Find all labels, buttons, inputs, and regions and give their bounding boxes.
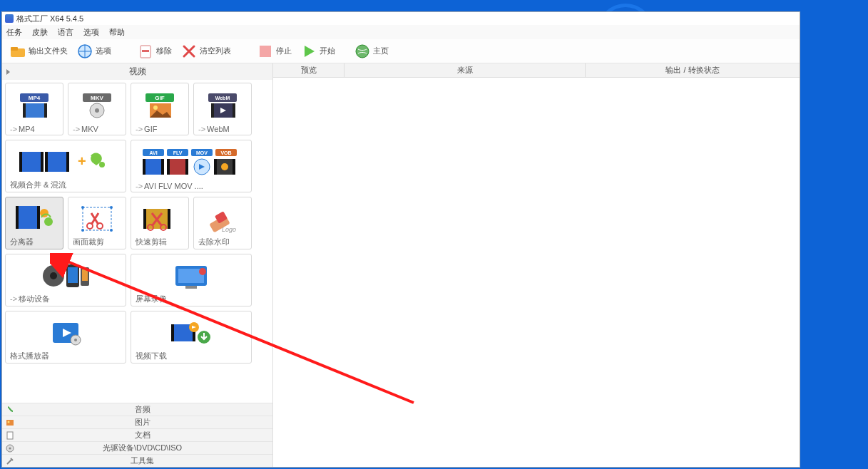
collapse-arrow-icon — [6, 69, 10, 75]
toolbar: 输出文件夹 选项 移除 清空列表 停止 开始 主页 — [2, 39, 800, 63]
tile-player[interactable]: 格式播放器 — [5, 311, 126, 364]
col-output-status[interactable]: 输出 / 转换状态 — [586, 63, 800, 77]
menubar: 任务 皮肤 语言 选项 帮助 — [2, 25, 800, 39]
svg-rect-31 — [66, 152, 69, 172]
menu-skin[interactable]: 皮肤 — [32, 27, 48, 38]
start-button[interactable]: 开始 — [297, 41, 338, 61]
task-list-empty — [273, 78, 800, 467]
svg-point-95 — [9, 447, 11, 449]
svg-point-60 — [110, 206, 113, 209]
category-toolset[interactable]: 工具集 — [2, 454, 272, 467]
svg-rect-25 — [233, 103, 235, 118]
remove-icon — [137, 43, 154, 60]
svg-text:Logo: Logo — [222, 226, 236, 233]
svg-text:FLV: FLV — [173, 150, 183, 155]
svg-rect-43 — [143, 159, 145, 175]
menu-options[interactable]: 选项 — [83, 27, 99, 38]
tile-video-download[interactable]: 视频下载 — [131, 311, 252, 364]
svg-rect-6 — [260, 46, 271, 57]
eraser-icon: Logo — [198, 200, 247, 237]
svg-rect-51 — [233, 159, 235, 175]
svg-point-52 — [221, 163, 228, 170]
download-icon — [136, 314, 247, 351]
mobile-icon — [10, 257, 121, 294]
splitter-icon — [10, 200, 58, 237]
clear-icon — [180, 43, 198, 60]
tile-mkv[interactable]: MKV ->MKV — [68, 83, 126, 135]
content-area: 视频 MP4 ->MP4 MKV ->MKV GIF ->GIF — [2, 63, 800, 467]
tile-splitter[interactable]: 分离器 — [5, 197, 63, 249]
svg-point-7 — [356, 45, 369, 58]
tile-video-merge[interactable]: + 视频合并 & 混流 — [5, 140, 126, 192]
svg-point-62 — [110, 229, 113, 232]
svg-rect-12 — [44, 103, 47, 118]
tile-screen-record[interactable]: 屏幕录像 — [131, 254, 252, 306]
crop-icon — [73, 200, 121, 237]
clear-list-button[interactable]: 清空列表 — [178, 41, 234, 61]
category-image[interactable]: 图片 — [2, 416, 272, 428]
tile-gif[interactable]: GIF ->GIF — [131, 83, 189, 135]
svg-rect-47 — [185, 159, 188, 175]
output-folder-button[interactable]: 输出文件夹 — [6, 41, 71, 61]
category-video-header[interactable]: 视频 — [2, 63, 272, 80]
tile-mp4[interactable]: MP4 ->MP4 — [5, 83, 63, 135]
svg-rect-42 — [145, 159, 161, 175]
svg-rect-66 — [143, 209, 146, 229]
svg-point-33 — [99, 162, 105, 168]
svg-point-16 — [95, 108, 99, 113]
globe-options-icon — [76, 43, 93, 60]
titlebar: 格式工厂 X64 5.4.5 — [2, 12, 800, 25]
svg-rect-91 — [6, 420, 14, 426]
svg-rect-55 — [37, 206, 40, 229]
svg-rect-45 — [170, 159, 185, 175]
svg-rect-24 — [211, 103, 214, 118]
document-icon — [5, 431, 15, 440]
list-header: 预览 来源 输出 / 转换状态 — [273, 63, 800, 78]
app-icon — [5, 14, 14, 23]
category-disc[interactable]: 光驱设备\DVD\CD\ISO — [2, 441, 272, 454]
svg-text:AVI: AVI — [149, 150, 157, 155]
tile-mobile[interactable]: ->移动设备 — [5, 254, 126, 306]
audio-icon — [5, 405, 15, 415]
category-audio[interactable]: 音频 — [2, 403, 272, 416]
play-icon — [300, 43, 317, 60]
svg-rect-30 — [45, 152, 48, 172]
options-button[interactable]: 选项 — [73, 41, 114, 61]
tile-fast-clip[interactable]: 快速剪辑 — [131, 197, 189, 249]
svg-text:+: + — [78, 153, 86, 169]
svg-point-64 — [97, 223, 103, 229]
svg-point-74 — [50, 272, 57, 279]
folder-icon — [9, 43, 26, 60]
svg-point-61 — [81, 229, 84, 232]
svg-text:MP4: MP4 — [29, 95, 41, 101]
webm-icon: WebM — [198, 86, 247, 125]
svg-point-82 — [199, 268, 206, 275]
svg-text:MKV: MKV — [91, 95, 103, 101]
merge-icon: + — [10, 143, 121, 180]
col-preview[interactable]: 预览 — [273, 63, 344, 77]
svg-text:VOB: VOB — [220, 150, 231, 155]
svg-rect-50 — [214, 159, 217, 175]
window-title: 格式工厂 X64 5.4.5 — [16, 14, 83, 24]
stop-button[interactable]: 停止 — [254, 41, 295, 61]
col-source[interactable]: 来源 — [344, 63, 586, 77]
image-icon — [5, 418, 15, 428]
tile-webm[interactable]: WebM ->WebM — [193, 83, 252, 135]
svg-rect-76 — [68, 267, 78, 283]
remove-button[interactable]: 移除 — [134, 41, 175, 61]
homepage-button[interactable]: 主页 — [351, 41, 392, 61]
tile-remove-watermark[interactable]: Logo 去除水印 — [193, 197, 252, 249]
menu-tasks[interactable]: 任务 — [6, 27, 22, 38]
tile-crop[interactable]: 画面裁剪 — [68, 197, 126, 249]
svg-rect-54 — [16, 206, 19, 229]
category-document[interactable]: 文档 — [2, 428, 272, 441]
svg-rect-46 — [167, 159, 170, 175]
svg-rect-53 — [19, 206, 37, 229]
svg-rect-10 — [26, 103, 44, 118]
tile-avi-flv-mov[interactable]: AVI FLV MOV VOB ->AVI FLV MOV .... — [131, 140, 252, 192]
menu-help[interactable]: 帮助 — [109, 27, 125, 38]
globe-icon — [354, 43, 371, 60]
menu-language[interactable]: 语言 — [58, 27, 73, 38]
screenrec-icon — [136, 257, 247, 294]
gif-icon: GIF — [136, 86, 184, 125]
